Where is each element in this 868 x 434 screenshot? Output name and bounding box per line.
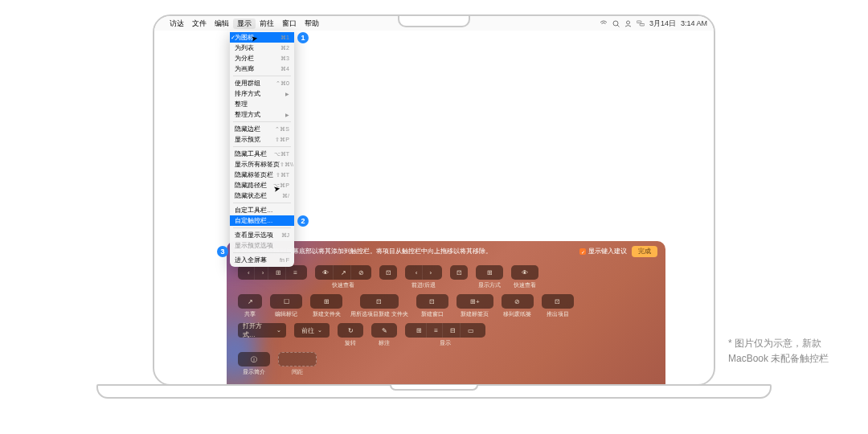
svg-rect-3 (637, 21, 641, 23)
touchbar-tile[interactable]: ⊡用所选项目新建 文件夹 (350, 294, 408, 318)
menubar-item-view[interactable]: 显示 (233, 18, 256, 29)
touchbar-tile[interactable]: ⊡推出项目 (542, 294, 574, 318)
user-icon[interactable] (624, 20, 632, 27)
menu-item[interactable]: 隐藏状态栏⌘/ (230, 190, 294, 201)
touchbar-tile[interactable]: ⊡ (450, 265, 468, 282)
svg-line-1 (617, 25, 620, 27)
show-suggestions-checkbox[interactable]: ✓ (579, 248, 586, 255)
touchbar-tile[interactable]: 间距 (278, 352, 317, 376)
tile-caption: 快速查看 (332, 282, 354, 289)
view-menu-dropdown: ✓为图标⌘11为列表⌘2为分栏⌘3为画廊⌘4使用群组⌃⌘0排序方式▶整理整理方式… (230, 31, 294, 267)
tile-caption: 前进/后退 (411, 282, 436, 289)
menubar-item-go[interactable]: 前往 (256, 18, 278, 29)
disclaimer-text: * 图片仅为示意，新款 MacBook 未配备触控栏 (728, 336, 849, 366)
touchbar-tile[interactable]: ⓘ显示简介 (238, 352, 270, 376)
touchbar-tile[interactable]: ⊞显示方式 (476, 265, 503, 289)
tile-caption: 显示 (440, 340, 451, 347)
menu-item[interactable]: 自定触控栏…2 (230, 215, 294, 226)
tile-caption: 显示简介 (243, 369, 265, 376)
tile-caption: 编辑标记 (275, 311, 297, 318)
wifi-icon[interactable] (600, 20, 608, 27)
menubar-status: 3月14日 3:14 AM (600, 18, 707, 29)
menubar-item-edit[interactable]: 编辑 (211, 18, 233, 29)
menu-item[interactable]: 为画廊⌘4 (230, 63, 294, 74)
menu-item[interactable]: 隐藏工具栏⌥⌘T (230, 149, 294, 159)
tile-caption: 快速查看 (514, 282, 536, 289)
menu-item[interactable]: 进入全屏幕fn F (230, 255, 294, 265)
menubar-date[interactable]: 3月14日 (649, 18, 676, 29)
display-notch (398, 16, 470, 27)
tile-caption: 标注 (379, 340, 390, 347)
menu-item[interactable]: 隐藏边栏⌃⌘S (230, 124, 294, 134)
touchbar-tile[interactable]: 👁↗⊘快速查看 (315, 265, 371, 289)
menu-item[interactable]: 查看显示选项⌘J (230, 230, 294, 240)
touchbar-tiles: ‹›⊞≡👁↗⊘快速查看⊡‹›前进/后退⊡⊞显示方式👁快速查看↗共享☐编辑标记⊞新… (227, 262, 665, 384)
menu-item[interactable]: ✓为图标⌘11 (230, 32, 294, 43)
menubar-item-window[interactable]: 窗口 (278, 18, 301, 29)
laptop-base (96, 384, 772, 399)
menu-item[interactable]: 为列表⌘2 (230, 43, 294, 53)
touchbar-tile[interactable]: ☐编辑标记 (270, 294, 302, 318)
menu-item[interactable]: 显示预览⇧⌘P (230, 134, 294, 145)
touchbar-tile[interactable]: ⊡ (379, 265, 397, 282)
svg-rect-4 (640, 24, 645, 27)
cursor-icon: ➤ (272, 183, 280, 193)
tile-caption: 新建标签页 (461, 311, 489, 318)
touchbar-tile[interactable]: 👁快速查看 (511, 265, 538, 289)
tile-caption: 移到废纸篓 (503, 311, 531, 318)
tile-caption: 用所选项目新建 文件夹 (350, 311, 408, 318)
menubar-app-name[interactable]: 访达 (166, 18, 188, 29)
show-suggestions-label: 显示键入建议 (588, 248, 627, 256)
menu-item[interactable]: 显示预览选项 (230, 240, 294, 251)
menu-item[interactable]: 隐藏标签页栏⇧⌘T (230, 170, 294, 180)
touchbar-tile[interactable]: ⊞新建文件夹 (310, 294, 342, 318)
menu-item[interactable]: 为分栏⌘3 (230, 53, 294, 63)
menu-item[interactable]: 整理 (230, 99, 294, 109)
touchbar-tile[interactable]: 打开方式… ⌄ (238, 323, 286, 340)
menubar-item-file[interactable]: 文件 (188, 18, 211, 29)
menubar-item-help[interactable]: 帮助 (301, 18, 323, 29)
cursor-icon: ➤ (250, 33, 258, 43)
touchbar-tile[interactable]: ⊡新建窗口 (416, 294, 448, 318)
menu-item[interactable]: 自定工具栏… (230, 205, 294, 215)
touchbar-tile[interactable]: ✎标注 (371, 323, 397, 347)
control-center-icon[interactable] (637, 20, 645, 27)
tile-caption: 旋转 (345, 340, 356, 347)
tile-caption: 推出项目 (547, 311, 569, 318)
menu-item[interactable]: 整理方式▶ (230, 109, 294, 120)
touchbar-tile[interactable]: ⊘移到废纸篓 (502, 294, 534, 318)
search-icon[interactable] (612, 20, 620, 27)
done-button[interactable]: 完成 (632, 246, 657, 257)
menu-item[interactable]: 排序方式▶ (230, 88, 294, 99)
touchbar-tile[interactable]: 前往 ⌄ (294, 323, 330, 340)
laptop-screen: 访达 文件 编辑 显示 前往 窗口 帮助 3月14日 3:14 AM ✓为图标⌘… (153, 14, 715, 386)
touchbar-tile[interactable]: ⊞+新建标签页 (457, 294, 493, 318)
tile-caption: 共享 (244, 311, 256, 318)
touchbar-tile[interactable]: ↻旋转 (338, 323, 363, 347)
tile-caption: 新建文件夹 (313, 311, 341, 318)
menu-item[interactable]: 使用群组⌃⌘0 (230, 78, 294, 88)
menu-item[interactable]: 隐藏路径栏⌥⌘P (230, 180, 294, 190)
touchbar-tile[interactable]: ‹›⊞≡ (238, 265, 307, 282)
menu-item[interactable]: 显示所有标签页⇧⌘\\ (230, 159, 294, 170)
menubar-time[interactable]: 3:14 AM (681, 19, 707, 27)
tile-caption: 间距 (292, 369, 303, 376)
tile-caption: 显示方式 (478, 282, 501, 289)
touchbar-tile[interactable]: ‹›前进/后退 (405, 265, 442, 289)
callout-badge-3: 3 (217, 246, 228, 257)
svg-point-2 (626, 21, 629, 24)
touchbar-tile[interactable]: ⊞≡⊟▭显示 (405, 323, 485, 347)
touchbar-tile[interactable]: ↗共享 (238, 294, 262, 318)
tile-caption: 新建窗口 (421, 311, 444, 318)
